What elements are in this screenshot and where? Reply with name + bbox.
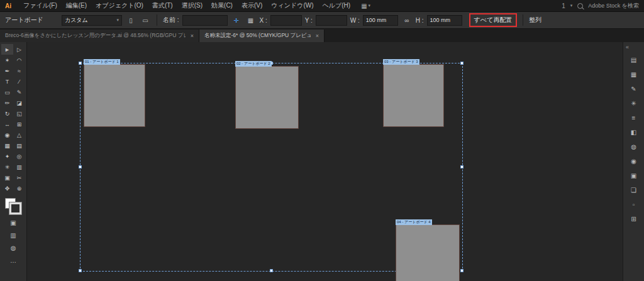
direct-selection-tool[interactable]: ▷: [13, 44, 25, 55]
free-transform-tool[interactable]: ⊞: [13, 119, 25, 129]
tool-grid: ►▷✶◠✒≈T∕▭✎✏◪↻◱↔⊞◉△▦▤✦◎✳▥▣✂✥⊕: [1, 44, 25, 194]
x-input[interactable]: [270, 15, 302, 26]
menu-item-effect[interactable]: 効果(C): [207, 1, 237, 10]
slice-tool[interactable]: ✂: [13, 172, 25, 183]
perspective-grid-tool[interactable]: △: [13, 129, 25, 140]
selection-handle[interactable]: [79, 62, 82, 65]
draw-normal-icon[interactable]: ▣: [7, 218, 19, 228]
swatches-panel-icon[interactable]: ▦: [628, 70, 640, 79]
document-tab-label: 名称未設定-6* @ 50% (CMYK/GPU プレビュー): [204, 32, 311, 40]
zoom-tool[interactable]: ⊕: [13, 183, 25, 194]
stock-search-input[interactable]: Adobe Stock を検索: [588, 2, 639, 10]
artboard-1[interactable]: [84, 64, 145, 127]
divider: [157, 14, 157, 26]
pencil-tool[interactable]: ✏: [1, 97, 13, 108]
align-panel-icon[interactable]: ⊞: [628, 214, 640, 224]
preset-value: カスタム: [65, 16, 88, 25]
y-label: Y :: [305, 17, 313, 24]
close-icon[interactable]: ×: [316, 33, 319, 39]
graphic-styles-panel-icon[interactable]: ▣: [628, 171, 640, 180]
pen-tool[interactable]: ✒: [1, 65, 13, 76]
menu-item-view[interactable]: 表示(V): [237, 1, 267, 10]
type-tool[interactable]: T: [1, 76, 13, 87]
artboard-name-chip[interactable]: 01 - アートボード 1: [84, 59, 120, 65]
move-artwork-toggle[interactable]: ✛: [231, 14, 242, 26]
y-input[interactable]: [316, 15, 347, 26]
w-label: W :: [350, 17, 360, 24]
reference-point-icon[interactable]: ▦: [245, 14, 257, 26]
curvature-tool[interactable]: ≈: [13, 65, 25, 76]
artboard-2[interactable]: [235, 66, 299, 129]
shape-builder-tool[interactable]: ◉: [1, 129, 13, 140]
selection-handle[interactable]: [270, 269, 273, 272]
selection-tool[interactable]: ►: [1, 44, 13, 55]
artboard-tool[interactable]: ▣: [1, 172, 13, 183]
selection-handle[interactable]: [460, 165, 464, 168]
column-graph-tool[interactable]: ▥: [13, 162, 25, 172]
panel-dock-icons: ▤▦✎✳≡◧◍◉▣❏▫⊞: [628, 55, 640, 224]
menu-item-edit[interactable]: 編集(E): [62, 1, 91, 10]
artboard-3[interactable]: [383, 64, 444, 127]
line-tool[interactable]: ∕: [13, 76, 25, 87]
appearance-panel-icon[interactable]: ◉: [628, 157, 640, 166]
paintbrush-tool[interactable]: ✎: [13, 87, 25, 97]
eraser-tool[interactable]: ◪: [13, 97, 25, 108]
document-tab-inactive[interactable]: Breco-6画像をさかにしたレッスン用のデータ.ai @ 48.56% (RG…: [0, 30, 199, 42]
scale-tool[interactable]: ◱: [13, 108, 25, 119]
arrange-documents-button[interactable]: ▦ ▾: [361, 3, 370, 9]
artboard-name-chip[interactable]: 03 - アートボード 3: [383, 59, 419, 65]
eyedropper-tool[interactable]: ✦: [1, 151, 13, 162]
hand-tool[interactable]: ✥: [1, 183, 13, 194]
name-input[interactable]: [182, 15, 228, 26]
selection-handle[interactable]: [460, 62, 464, 65]
menu-item-object[interactable]: オブジェクト(O): [91, 1, 148, 10]
draw-inside-icon[interactable]: ◍: [7, 243, 19, 253]
preset-select[interactable]: カスタム ▾: [62, 15, 122, 26]
draw-behind-icon[interactable]: ▥: [7, 231, 19, 240]
gradient-panel-icon[interactable]: ◧: [628, 128, 640, 137]
stroke-panel-icon[interactable]: ≡: [628, 113, 640, 123]
artboard-name-chip[interactable]: 04 - アートボード 4: [396, 219, 432, 225]
menu-item-help[interactable]: ヘルプ(H): [318, 1, 355, 10]
screen-mode-icon[interactable]: …: [7, 256, 19, 265]
expand-panels-icon[interactable]: «: [626, 44, 629, 50]
selection-handle[interactable]: [79, 165, 82, 168]
menu-item-file[interactable]: ファイル(F): [19, 1, 62, 10]
portrait-orientation-button[interactable]: ▯: [125, 14, 136, 26]
canvas[interactable]: 01 - アートボード 1 02 - アートボード 2 03 - アートボード …: [27, 42, 623, 281]
symbol-sprayer-tool[interactable]: ✳: [1, 162, 13, 172]
gradient-tool[interactable]: ▤: [13, 140, 25, 151]
selection-handle[interactable]: [79, 269, 82, 272]
width-input[interactable]: 100 mm: [363, 15, 398, 26]
constrain-proportions-icon[interactable]: ∞: [401, 14, 413, 26]
close-icon[interactable]: ×: [191, 33, 194, 39]
zoom-value[interactable]: 1: [562, 3, 565, 9]
divider: [523, 14, 523, 26]
document-tab-active[interactable]: 名称未設定-6* @ 50% (CMYK/GPU プレビュー) ×: [199, 30, 325, 42]
mesh-tool[interactable]: ▦: [1, 140, 13, 151]
panel-dock: « ▤▦✎✳≡◧◍◉▣❏▫⊞: [623, 42, 644, 281]
artboards-panel-icon[interactable]: ▫: [628, 200, 640, 209]
menu-item-window[interactable]: ウィンドウ(W): [267, 1, 318, 10]
width-tool[interactable]: ↔: [1, 119, 13, 129]
menu-item-select[interactable]: 選択(S): [177, 1, 207, 10]
height-input[interactable]: 100 mm: [427, 15, 462, 26]
layers-panel-icon[interactable]: ❏: [628, 185, 640, 195]
transparency-panel-icon[interactable]: ◍: [628, 142, 640, 152]
artboard-name-chip[interactable]: 02 - アートボード 2: [235, 61, 272, 67]
fill-stroke-swatches[interactable]: [5, 198, 21, 214]
stroke-color-swatch[interactable]: [9, 202, 21, 214]
magic-wand-tool[interactable]: ✶: [1, 55, 13, 65]
lasso-tool[interactable]: ◠: [13, 55, 25, 65]
rectangle-tool[interactable]: ▭: [1, 87, 13, 97]
landscape-orientation-button[interactable]: ▭: [140, 14, 151, 26]
color-panel-icon[interactable]: ▤: [628, 55, 640, 65]
menu-item-type[interactable]: 書式(T): [148, 1, 177, 10]
rearrange-all-button[interactable]: すべて再配置: [474, 16, 513, 25]
artboard-4[interactable]: [396, 224, 460, 281]
brushes-panel-icon[interactable]: ✎: [628, 84, 640, 94]
rotate-tool[interactable]: ↻: [1, 108, 13, 119]
selection-handle[interactable]: [460, 269, 464, 272]
blend-tool[interactable]: ◎: [13, 151, 25, 162]
symbols-panel-icon[interactable]: ✳: [628, 99, 640, 108]
